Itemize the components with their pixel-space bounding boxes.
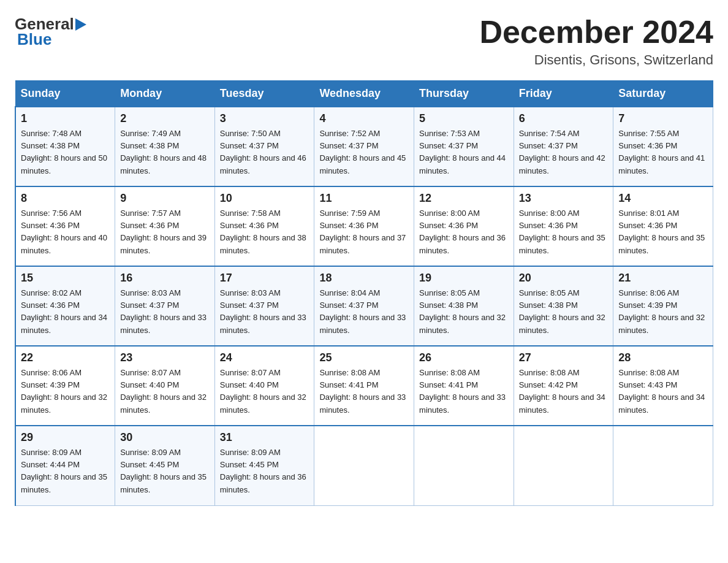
- table-row: 30 Sunrise: 8:09 AM Sunset: 4:45 PM Dayl…: [115, 426, 215, 505]
- table-row: 4 Sunrise: 7:52 AM Sunset: 4:37 PM Dayli…: [314, 107, 414, 186]
- day-number: 31: [220, 431, 309, 444]
- day-info: Sunrise: 7:48 AM Sunset: 4:38 PM Dayligh…: [21, 128, 110, 177]
- day-info: Sunrise: 8:08 AM Sunset: 4:41 PM Dayligh…: [419, 367, 509, 416]
- table-row: 18 Sunrise: 8:04 AM Sunset: 4:37 PM Dayl…: [314, 266, 414, 346]
- day-info: Sunrise: 8:08 AM Sunset: 4:42 PM Dayligh…: [519, 367, 609, 416]
- day-number: 29: [21, 431, 110, 444]
- table-row: 15 Sunrise: 8:02 AM Sunset: 4:36 PM Dayl…: [15, 266, 115, 346]
- day-number: 19: [419, 272, 509, 285]
- logo-triangle-icon: [75, 16, 89, 33]
- table-row: 13 Sunrise: 8:00 AM Sunset: 4:36 PM Dayl…: [514, 186, 613, 266]
- table-row: 29 Sunrise: 8:09 AM Sunset: 4:44 PM Dayl…: [15, 426, 115, 505]
- col-monday: Monday: [115, 81, 215, 107]
- day-number: 14: [618, 192, 708, 205]
- day-number: 26: [419, 351, 509, 364]
- table-row: 5 Sunrise: 7:53 AM Sunset: 4:37 PM Dayli…: [414, 107, 514, 186]
- svg-marker-0: [75, 18, 86, 31]
- day-number: 10: [220, 192, 309, 205]
- day-info: Sunrise: 7:54 AM Sunset: 4:37 PM Dayligh…: [519, 128, 609, 177]
- day-number: 16: [120, 272, 210, 285]
- calendar-week-row: 22 Sunrise: 8:06 AM Sunset: 4:39 PM Dayl…: [15, 346, 713, 426]
- col-wednesday: Wednesday: [314, 81, 414, 107]
- day-number: 1: [21, 112, 110, 125]
- day-number: 15: [21, 272, 110, 285]
- day-info: Sunrise: 7:49 AM Sunset: 4:38 PM Dayligh…: [120, 128, 210, 177]
- day-number: 24: [220, 351, 309, 364]
- table-row: 8 Sunrise: 7:56 AM Sunset: 4:36 PM Dayli…: [15, 186, 115, 266]
- page-header: General Blue December 2024 Disentis, Gri…: [15, 15, 713, 68]
- table-row: 11 Sunrise: 7:59 AM Sunset: 4:36 PM Dayl…: [314, 186, 414, 266]
- table-row: 24 Sunrise: 8:07 AM Sunset: 4:40 PM Dayl…: [214, 346, 314, 426]
- table-row: 12 Sunrise: 8:00 AM Sunset: 4:36 PM Dayl…: [414, 186, 514, 266]
- day-info: Sunrise: 7:57 AM Sunset: 4:36 PM Dayligh…: [120, 207, 210, 257]
- day-info: Sunrise: 7:55 AM Sunset: 4:36 PM Dayligh…: [618, 128, 708, 177]
- day-info: Sunrise: 8:07 AM Sunset: 4:40 PM Dayligh…: [220, 367, 309, 416]
- day-number: 5: [419, 112, 509, 125]
- table-row: 2 Sunrise: 7:49 AM Sunset: 4:38 PM Dayli…: [115, 107, 215, 186]
- table-row: 20 Sunrise: 8:05 AM Sunset: 4:38 PM Dayl…: [514, 266, 613, 346]
- calendar-week-row: 29 Sunrise: 8:09 AM Sunset: 4:44 PM Dayl…: [15, 426, 713, 505]
- calendar-week-row: 1 Sunrise: 7:48 AM Sunset: 4:38 PM Dayli…: [15, 107, 713, 186]
- day-number: 11: [319, 192, 409, 205]
- day-info: Sunrise: 8:04 AM Sunset: 4:37 PM Dayligh…: [319, 287, 409, 337]
- table-row: 26 Sunrise: 8:08 AM Sunset: 4:41 PM Dayl…: [414, 346, 514, 426]
- day-number: 22: [21, 351, 110, 364]
- col-sunday: Sunday: [15, 81, 115, 107]
- col-thursday: Thursday: [414, 81, 514, 107]
- col-saturday: Saturday: [613, 81, 713, 107]
- table-row: 17 Sunrise: 8:03 AM Sunset: 4:37 PM Dayl…: [214, 266, 314, 346]
- calendar-subtitle: Disentis, Grisons, Switzerland: [479, 52, 713, 68]
- day-info: Sunrise: 8:01 AM Sunset: 4:36 PM Dayligh…: [618, 207, 708, 257]
- day-number: 18: [319, 272, 409, 285]
- day-info: Sunrise: 7:59 AM Sunset: 4:36 PM Dayligh…: [319, 207, 409, 257]
- day-number: 23: [120, 351, 210, 364]
- day-number: 27: [519, 351, 609, 364]
- table-row: [613, 426, 713, 505]
- table-row: 31 Sunrise: 8:09 AM Sunset: 4:45 PM Dayl…: [214, 426, 314, 505]
- table-row: 22 Sunrise: 8:06 AM Sunset: 4:39 PM Dayl…: [15, 346, 115, 426]
- day-info: Sunrise: 8:00 AM Sunset: 4:36 PM Dayligh…: [519, 207, 609, 257]
- day-info: Sunrise: 8:06 AM Sunset: 4:39 PM Dayligh…: [21, 367, 110, 416]
- table-row: 1 Sunrise: 7:48 AM Sunset: 4:38 PM Dayli…: [15, 107, 115, 186]
- table-row: [514, 426, 613, 505]
- table-row: 25 Sunrise: 8:08 AM Sunset: 4:41 PM Dayl…: [314, 346, 414, 426]
- day-number: 28: [618, 351, 708, 364]
- table-row: 6 Sunrise: 7:54 AM Sunset: 4:37 PM Dayli…: [514, 107, 613, 186]
- day-info: Sunrise: 8:05 AM Sunset: 4:38 PM Dayligh…: [519, 287, 609, 337]
- day-info: Sunrise: 7:50 AM Sunset: 4:37 PM Dayligh…: [220, 128, 309, 177]
- day-number: 12: [419, 192, 509, 205]
- day-info: Sunrise: 8:06 AM Sunset: 4:39 PM Dayligh…: [618, 287, 708, 337]
- col-tuesday: Tuesday: [214, 81, 314, 107]
- table-row: 21 Sunrise: 8:06 AM Sunset: 4:39 PM Dayl…: [613, 266, 713, 346]
- day-info: Sunrise: 7:56 AM Sunset: 4:36 PM Dayligh…: [21, 207, 110, 257]
- day-number: 6: [519, 112, 609, 125]
- table-row: 9 Sunrise: 7:57 AM Sunset: 4:36 PM Dayli…: [115, 186, 215, 266]
- table-row: 28 Sunrise: 8:08 AM Sunset: 4:43 PM Dayl…: [613, 346, 713, 426]
- day-number: 25: [319, 351, 409, 364]
- day-info: Sunrise: 8:08 AM Sunset: 4:41 PM Dayligh…: [319, 367, 409, 416]
- day-number: 17: [220, 272, 309, 285]
- day-info: Sunrise: 7:52 AM Sunset: 4:37 PM Dayligh…: [319, 128, 409, 177]
- day-number: 2: [120, 112, 210, 125]
- calendar-title: December 2024: [479, 15, 713, 50]
- day-info: Sunrise: 8:08 AM Sunset: 4:43 PM Dayligh…: [618, 367, 708, 416]
- day-info: Sunrise: 8:05 AM Sunset: 4:38 PM Dayligh…: [419, 287, 509, 337]
- day-info: Sunrise: 8:02 AM Sunset: 4:36 PM Dayligh…: [21, 287, 110, 337]
- calendar-table: Sunday Monday Tuesday Wednesday Thursday…: [15, 80, 713, 506]
- day-number: 8: [21, 192, 110, 205]
- day-info: Sunrise: 8:03 AM Sunset: 4:37 PM Dayligh…: [220, 287, 309, 337]
- table-row: 16 Sunrise: 8:03 AM Sunset: 4:37 PM Dayl…: [115, 266, 215, 346]
- table-row: 27 Sunrise: 8:08 AM Sunset: 4:42 PM Dayl…: [514, 346, 613, 426]
- day-number: 20: [519, 272, 609, 285]
- logo-blue-word: Blue: [17, 30, 51, 48]
- table-row: 23 Sunrise: 8:07 AM Sunset: 4:40 PM Dayl…: [115, 346, 215, 426]
- day-info: Sunrise: 8:09 AM Sunset: 4:44 PM Dayligh…: [21, 446, 110, 496]
- day-info: Sunrise: 8:03 AM Sunset: 4:37 PM Dayligh…: [120, 287, 210, 337]
- col-friday: Friday: [514, 81, 613, 107]
- logo: General Blue: [15, 15, 90, 49]
- table-row: 7 Sunrise: 7:55 AM Sunset: 4:36 PM Dayli…: [613, 107, 713, 186]
- day-number: 7: [618, 112, 708, 125]
- day-info: Sunrise: 8:00 AM Sunset: 4:36 PM Dayligh…: [419, 207, 509, 257]
- day-info: Sunrise: 8:09 AM Sunset: 4:45 PM Dayligh…: [220, 446, 309, 496]
- day-info: Sunrise: 7:58 AM Sunset: 4:36 PM Dayligh…: [220, 207, 309, 257]
